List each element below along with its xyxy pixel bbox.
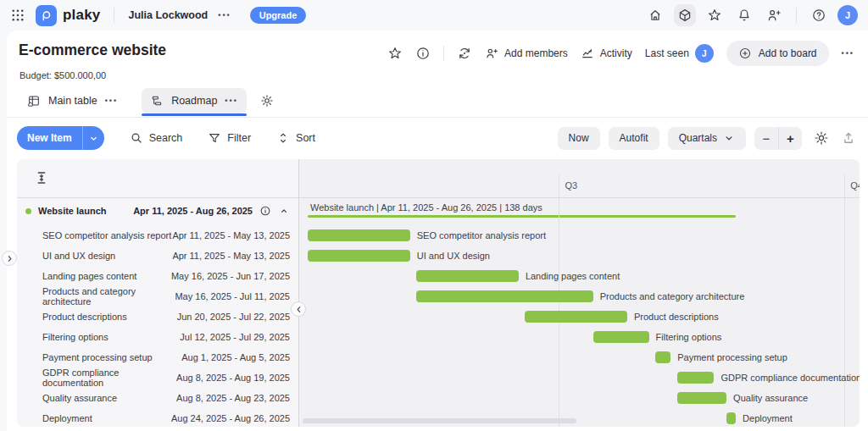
- collapse-list-panel-button[interactable]: [291, 301, 306, 317]
- quarter-label: Q4: [850, 180, 860, 191]
- apps-grid-icon[interactable]: [10, 8, 25, 23]
- filter-button[interactable]: Filter: [208, 131, 251, 145]
- gantt-bar-label: Payment processing setup: [677, 351, 787, 363]
- search-label: Search: [149, 132, 183, 144]
- collapse-all-icon[interactable]: [34, 170, 49, 185]
- group-info-icon[interactable]: [259, 205, 271, 217]
- views-settings-gear-icon[interactable]: [260, 94, 274, 108]
- filter-funnel-icon: [208, 131, 221, 145]
- task-dates[interactable]: Apr 11, 2025 - May 13, 2025: [172, 230, 290, 240]
- tab-roadmap[interactable]: Roadmap •••: [142, 88, 247, 113]
- sort-button[interactable]: Sort: [276, 131, 315, 145]
- last-seen: Last seen J: [645, 44, 714, 63]
- gantt-settings-gear-icon[interactable]: [814, 130, 829, 146]
- gantt-task-row[interactable]: Payment processing setupAug 1, 2025 - Au…: [17, 347, 298, 367]
- gantt-task-row[interactable]: Products and category architectureMay 16…: [17, 286, 298, 307]
- zoom-unit-dropdown[interactable]: Quartals: [668, 127, 746, 150]
- sort-icon: [276, 131, 290, 145]
- gantt-task-row[interactable]: Landing pages contentMay 16, 2025 - Jun …: [17, 266, 298, 286]
- add-to-board-label: Add to board: [759, 47, 817, 59]
- group-dates[interactable]: Apr 11, 2025 - Aug 26, 2025: [133, 206, 253, 216]
- activity-button[interactable]: Activity: [581, 47, 632, 60]
- horizontal-scrollbar[interactable]: [303, 418, 576, 423]
- add-members-button[interactable]: Add members: [485, 47, 568, 60]
- gantt-bar[interactable]: [655, 351, 670, 363]
- plus-circle-icon: [738, 47, 752, 60]
- gantt-bar[interactable]: [593, 331, 649, 343]
- gantt-task-row[interactable]: UI and UX designApr 11, 2025 - May 13, 2…: [17, 246, 298, 266]
- task-name: Payment processing setup: [42, 352, 181, 362]
- star-icon[interactable]: [704, 4, 726, 26]
- gantt-group-row[interactable]: Website launch Apr 11, 2025 - Aug 26, 20…: [17, 200, 298, 222]
- gantt-bar-label: GDPR compliance documentation: [721, 372, 860, 384]
- new-item-button[interactable]: New Item: [17, 126, 104, 150]
- gantt-bar[interactable]: [416, 270, 519, 282]
- user-avatar[interactable]: J: [837, 5, 858, 25]
- tab-main-table[interactable]: Main table •••: [19, 88, 126, 113]
- task-dates[interactable]: Aug 24, 2025 - Aug 26, 2025: [171, 413, 290, 423]
- activity-log-sync-icon[interactable]: [457, 46, 472, 61]
- gantt-bar[interactable]: [308, 250, 410, 262]
- task-name: SEO competitor analysis report: [42, 230, 172, 240]
- invite-user-icon[interactable]: [763, 4, 785, 26]
- tab-menu-icon[interactable]: •••: [105, 97, 118, 105]
- expand-sidebar-button[interactable]: [2, 251, 17, 266]
- search-button[interactable]: Search: [130, 131, 183, 145]
- workspace-menu-icon[interactable]: •••: [218, 11, 231, 19]
- favorite-star-icon[interactable]: [387, 46, 403, 61]
- task-dates[interactable]: Apr 11, 2025 - May 13, 2025: [172, 251, 290, 261]
- task-dates[interactable]: Aug 8, 2025 - Aug 19, 2025: [176, 373, 290, 383]
- zoom-out-button[interactable]: −: [754, 127, 778, 150]
- task-dates[interactable]: Aug 8, 2025 - Aug 23, 2025: [176, 393, 290, 403]
- upgrade-button[interactable]: Upgrade: [250, 7, 307, 24]
- add-to-board-button[interactable]: Add to board: [726, 41, 829, 66]
- gantt-task-row[interactable]: Product descriptionsJun 20, 2025 - Jul 2…: [17, 307, 298, 327]
- autofit-button[interactable]: Autofit: [609, 127, 659, 150]
- gantt-bar[interactable]: [308, 229, 410, 241]
- tab-main-table-label: Main table: [48, 95, 97, 107]
- task-name: Filtering options: [42, 332, 180, 342]
- group-summary-caption: Website launch | Apr 11, 2025 - Aug 26, …: [310, 202, 542, 213]
- notifications-bell-icon[interactable]: [733, 4, 755, 26]
- page-title[interactable]: E-commerce website: [19, 41, 166, 59]
- task-name: UI and UX design: [42, 251, 172, 261]
- last-seen-avatar[interactable]: J: [695, 44, 714, 63]
- gantt-bar[interactable]: [416, 290, 593, 302]
- gantt-icon: [150, 94, 164, 108]
- gantt-bar[interactable]: [525, 311, 627, 323]
- gantt-task-row[interactable]: DeploymentAug 24, 2025 - Aug 26, 2025: [17, 408, 298, 427]
- gantt-task-row[interactable]: Quality assuranceAug 8, 2025 - Aug 23, 2…: [17, 388, 298, 408]
- filter-label: Filter: [227, 132, 251, 144]
- task-dates[interactable]: Jun 20, 2025 - Jul 22, 2025: [177, 312, 290, 322]
- task-dates[interactable]: May 16, 2025 - Jul 11, 2025: [175, 291, 290, 301]
- tab-menu-icon[interactable]: •••: [225, 97, 237, 105]
- gantt-bar-label: UI and UX design: [417, 250, 490, 262]
- gantt-task-row[interactable]: GDPR compliance documentationAug 8, 2025…: [17, 367, 298, 388]
- group-summary-line[interactable]: [308, 215, 736, 218]
- task-dates[interactable]: May 16, 2025 - Jun 17, 2025: [171, 271, 290, 281]
- home-icon[interactable]: [644, 4, 666, 26]
- gantt-bar[interactable]: [726, 412, 736, 424]
- task-dates[interactable]: Aug 1, 2025 - Aug 5, 2025: [181, 352, 290, 362]
- top-bar: plaky Julia Lockwood ••• Upgrade J: [0, 0, 868, 30]
- group-name: Website launch: [38, 206, 106, 216]
- now-button[interactable]: Now: [558, 127, 600, 150]
- zoom-in-button[interactable]: +: [778, 127, 802, 150]
- gantt-task-row[interactable]: Filtering optionsJul 12, 2025 - Jul 29, …: [17, 327, 298, 347]
- view-tabs: Main table ••• Roadmap •••: [19, 86, 274, 115]
- plaky-logo[interactable]: plaky: [36, 5, 100, 26]
- divider: [7, 117, 868, 118]
- gantt-task-row[interactable]: SEO competitor analysis reportApr 11, 20…: [17, 225, 298, 246]
- new-item-caret-icon[interactable]: [82, 126, 104, 150]
- export-icon[interactable]: [841, 130, 856, 146]
- gantt-bar[interactable]: [677, 372, 715, 384]
- group-collapse-chevron-icon[interactable]: [278, 205, 290, 217]
- panel-divider[interactable]: [298, 159, 299, 427]
- info-icon[interactable]: [415, 46, 431, 61]
- board-menu-icon[interactable]: •••: [842, 49, 854, 58]
- task-dates[interactable]: Jul 12, 2025 - Jul 29, 2025: [180, 332, 290, 342]
- help-icon[interactable]: [808, 4, 830, 26]
- gantt-bar[interactable]: [677, 392, 727, 404]
- workspace-name[interactable]: Julia Lockwood: [128, 9, 208, 21]
- boards-icon[interactable]: [674, 4, 696, 26]
